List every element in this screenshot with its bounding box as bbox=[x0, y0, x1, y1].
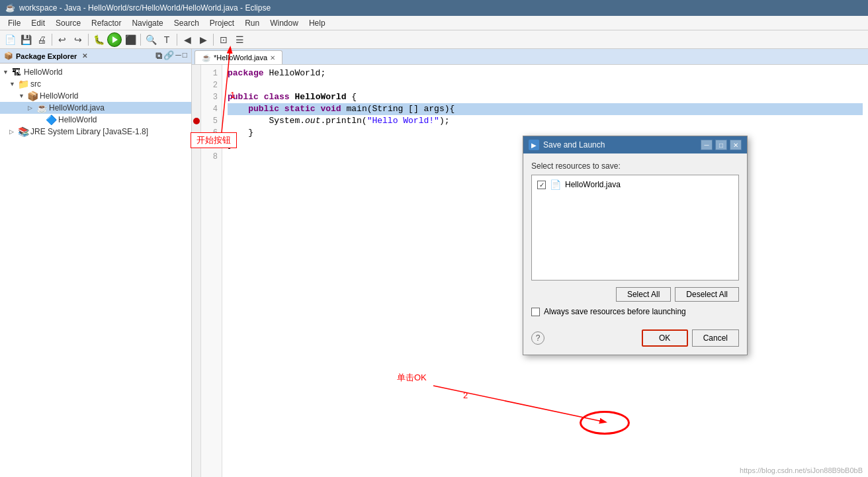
tree-item-jre[interactable]: ▷ 📚 JRE System Library [JavaSE-1.8] bbox=[0, 126, 191, 138]
plain: ); bbox=[439, 116, 450, 126]
tree-arrow: ▷ bbox=[28, 105, 34, 111]
help-icon[interactable]: ? bbox=[531, 331, 544, 345]
menu-source[interactable]: Source bbox=[50, 17, 86, 29]
search-btn[interactable]: 🔍 bbox=[144, 32, 158, 47]
console-btn[interactable]: ⊡ bbox=[216, 32, 231, 47]
menu-edit[interactable]: Edit bbox=[26, 17, 50, 29]
toolbar: 📄 💾 🖨 ↩ ↪ 🐛 ⬛ 🔍 T ◀ ▶ ⊡ ☰ bbox=[0, 30, 868, 49]
tree-item-java-file[interactable]: ▷ ☕ HelloWorld.java bbox=[0, 102, 191, 114]
src-icon: 📁 bbox=[18, 79, 28, 89]
java-file-icon: ☕ bbox=[36, 103, 47, 113]
debug-btn[interactable]: 🐛 bbox=[91, 32, 106, 47]
open-type-btn[interactable]: T bbox=[159, 32, 174, 47]
deselect-all-button[interactable]: Deselect All bbox=[675, 287, 739, 302]
kw-package: package bbox=[228, 68, 264, 78]
resource-checkbox[interactable] bbox=[537, 181, 546, 189]
save-btn[interactable]: 💾 bbox=[19, 32, 33, 47]
editor-tab-helloworld[interactable]: ☕ *HelloWorld.java ✕ bbox=[195, 50, 282, 64]
gutter-2 bbox=[192, 79, 200, 91]
dialog-close-btn[interactable]: ✕ bbox=[730, 140, 742, 150]
editor-tabs: ☕ *HelloWorld.java ✕ bbox=[192, 49, 868, 65]
ok-button[interactable]: OK bbox=[642, 329, 688, 347]
watermark: https://blog.csdn.net/siJon88B9bB0bB bbox=[740, 466, 863, 474]
menu-window[interactable]: Window bbox=[265, 17, 304, 29]
tree-item-src[interactable]: ▼ 📁 src bbox=[0, 78, 191, 90]
gutter-6 bbox=[192, 127, 200, 139]
menu-file[interactable]: File bbox=[3, 17, 26, 29]
close-icon[interactable]: ✕ bbox=[82, 52, 87, 60]
menu-help[interactable]: Help bbox=[304, 17, 331, 29]
code-line-5: System.out.println("Hello World!"); bbox=[228, 115, 863, 127]
menu-run[interactable]: Run bbox=[239, 17, 265, 29]
select-all-button[interactable]: Select All bbox=[616, 287, 671, 302]
menu-refactor[interactable]: Refactor bbox=[86, 17, 126, 29]
run-button[interactable] bbox=[107, 32, 122, 47]
always-save-checkbox[interactable] bbox=[531, 308, 540, 316]
tree-label-class: HelloWorld bbox=[58, 115, 97, 124]
resource-list[interactable]: 📄 HelloWorld.java bbox=[531, 175, 739, 281]
plain bbox=[228, 104, 248, 114]
select-deselect-row: Select All Deselect All bbox=[531, 287, 739, 302]
outline-btn[interactable]: ☰ bbox=[232, 32, 247, 47]
tree-arrow: ▼ bbox=[9, 81, 16, 87]
minimize-icon[interactable]: ─ bbox=[175, 50, 181, 62]
title-bar: ☕ workspace - Java - HelloWorld/src/Hell… bbox=[0, 0, 868, 16]
menu-navigate[interactable]: Navigate bbox=[126, 17, 168, 29]
code-line-1: package HelloWorld; bbox=[228, 67, 863, 79]
breakpoint bbox=[193, 118, 200, 124]
gutter-5 bbox=[192, 115, 200, 127]
dialog-action-buttons: OK Cancel bbox=[642, 329, 739, 347]
tree-item-helloworld[interactable]: ▼ 🏗 HelloWorld bbox=[0, 66, 191, 78]
code-line-2 bbox=[228, 79, 863, 91]
gutter-1 bbox=[192, 67, 200, 79]
tree-item-class[interactable]: 🔷 HelloWorld bbox=[0, 114, 191, 126]
tree-arrow: ▼ bbox=[3, 69, 9, 75]
tree-item-package[interactable]: ▼ 📦 HelloWorld bbox=[0, 90, 191, 102]
always-save-row: Always save resources before launching bbox=[531, 307, 739, 316]
menu-project[interactable]: Project bbox=[204, 17, 239, 29]
kw-class: class bbox=[264, 92, 290, 102]
line-num-8: 8 bbox=[205, 151, 218, 163]
print-btn[interactable]: 🖨 bbox=[34, 32, 49, 47]
tree-label-package: HelloWorld bbox=[40, 91, 78, 101]
tree-arrow: ▼ bbox=[19, 93, 25, 99]
tab-close-icon[interactable]: ✕ bbox=[270, 54, 275, 62]
new-btn[interactable]: 📄 bbox=[3, 32, 17, 47]
tab-label: *HelloWorld.java bbox=[214, 54, 267, 62]
line-num-5: 5 bbox=[205, 115, 218, 127]
always-save-label: Always save resources before launching bbox=[544, 307, 686, 316]
tab-icon: ☕ bbox=[202, 54, 211, 62]
resource-item: 📄 HelloWorld.java bbox=[535, 178, 736, 191]
maximize-icon[interactable]: □ bbox=[183, 50, 187, 62]
line-num-2: 2 bbox=[205, 79, 218, 91]
cancel-button[interactable]: Cancel bbox=[692, 329, 739, 347]
sidebar-header: 📦 Package Explorer ✕ ⧉ 🔗 ─ □ bbox=[0, 49, 191, 64]
dialog-minimize-btn[interactable]: ─ bbox=[701, 140, 713, 150]
plain: HelloWorld { bbox=[290, 92, 357, 102]
next-edit-btn[interactable]: ▶ bbox=[196, 32, 210, 47]
undo-btn[interactable]: ↩ bbox=[55, 32, 69, 47]
stop-btn[interactable]: ⬛ bbox=[123, 32, 138, 47]
link-icon[interactable]: 🔗 bbox=[163, 50, 174, 62]
sidebar: 📦 Package Explorer ✕ ⧉ 🔗 ─ □ ▼ 🏗 HelloWo… bbox=[0, 49, 192, 477]
dialog-bottom: ? OK Cancel bbox=[523, 324, 747, 355]
sep1 bbox=[52, 34, 52, 46]
tree-arrow: ▷ bbox=[9, 128, 16, 135]
editor-gutter bbox=[192, 65, 201, 477]
project-icon: 🏗 bbox=[11, 67, 22, 77]
menu-search[interactable]: Search bbox=[169, 17, 204, 29]
str-hello: "Hello World!" bbox=[367, 116, 439, 126]
line-num-7: 7 bbox=[205, 139, 218, 151]
collapse-icon[interactable]: ⧉ bbox=[155, 50, 162, 62]
package-explorer-label: Package Explorer bbox=[16, 52, 77, 60]
save-launch-dialog[interactable]: ▶ Save and Launch ─ □ ✕ Select resources… bbox=[523, 136, 748, 355]
dialog-maximize-btn[interactable]: □ bbox=[715, 140, 727, 150]
sidebar-actions: ⧉ 🔗 ─ □ bbox=[155, 50, 187, 62]
jre-icon: 📚 bbox=[18, 126, 28, 137]
redo-btn[interactable]: ↪ bbox=[71, 32, 85, 47]
file-label: HelloWorld.java bbox=[565, 180, 621, 189]
plain: HelloWorld; bbox=[264, 68, 326, 78]
tree-label-src: src bbox=[30, 79, 41, 89]
line-num-4: 4 bbox=[205, 103, 218, 115]
prev-edit-btn[interactable]: ◀ bbox=[180, 32, 195, 47]
